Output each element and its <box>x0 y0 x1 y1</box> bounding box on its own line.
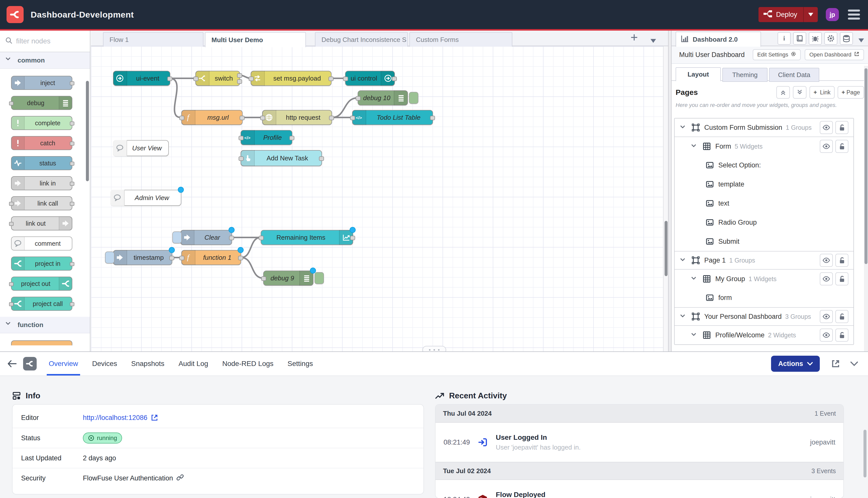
flow-node-msg-url[interactable]: fmsg.url <box>181 110 243 125</box>
open-dashboard-button[interactable]: Open Dashboard <box>805 49 864 60</box>
tree-row-text[interactable]: text <box>675 194 853 213</box>
node-output-port[interactable] <box>238 256 243 260</box>
debug-toggle-button[interactable] <box>409 92 418 104</box>
tree-row-form[interactable]: form <box>675 288 853 307</box>
node-input-port[interactable] <box>9 202 14 206</box>
tree-row-page-1[interactable]: Page 11 Groups <box>675 251 853 269</box>
tree-row-your-personal-dashboard[interactable]: Your Personal Dashboard3 Groups <box>675 307 853 325</box>
flow-node-timestamp[interactable]: timestamp <box>113 250 172 265</box>
tab-theming[interactable]: Theming <box>722 68 767 82</box>
node-input-port[interactable] <box>9 101 14 105</box>
flow-node-profile[interactable]: </>Profile <box>241 130 292 145</box>
node-output-port[interactable] <box>70 182 74 186</box>
unlock-icon[interactable] <box>835 121 848 134</box>
inject-button[interactable] <box>105 251 115 264</box>
deploy-button[interactable]: Deploy <box>759 7 818 22</box>
activity-event-row[interactable]: 08:21:49 User Logged In User 'joepavitt'… <box>436 423 843 462</box>
tree-row-submit[interactable]: Submit <box>675 232 853 251</box>
unlock-icon[interactable] <box>835 329 848 342</box>
tab-client-data[interactable]: Client Data <box>769 68 819 82</box>
flow-tab-Flow-1[interactable]: Flow 1 <box>103 32 204 47</box>
node-output-port[interactable] <box>70 121 74 126</box>
palette-category-function[interactable]: function <box>0 317 90 333</box>
node-output-port[interactable] <box>70 202 74 206</box>
node-input-port[interactable] <box>179 256 184 260</box>
node-input-port[interactable] <box>179 116 184 120</box>
collapse-panel-chevron-icon[interactable] <box>851 361 858 366</box>
edit-settings-button[interactable]: Edit Settings <box>753 49 801 60</box>
chevron-down-icon[interactable] <box>691 331 699 339</box>
node-output-port[interactable] <box>430 116 435 120</box>
node-output-port[interactable] <box>350 236 355 240</box>
bottom-scrollbar[interactable] <box>864 430 867 477</box>
palette-node-project-call[interactable]: project call <box>11 297 72 311</box>
palette-node-status[interactable]: status <box>11 156 72 170</box>
tab-audit-log[interactable]: Audit Log <box>171 352 215 376</box>
visibility-eye-icon[interactable] <box>820 272 833 285</box>
node-output-port[interactable] <box>392 77 397 81</box>
node-input-port[interactable] <box>9 302 14 306</box>
node-output-port[interactable] <box>239 116 245 120</box>
add-link-button[interactable]: +Link <box>809 86 834 99</box>
visibility-eye-icon[interactable] <box>820 310 833 323</box>
gear-icon[interactable] <box>824 32 837 45</box>
unlock-icon[interactable] <box>835 310 848 323</box>
open-editor-icon[interactable] <box>831 359 840 368</box>
flow-node-remaining-items[interactable]: Remaining Items <box>261 230 353 245</box>
palette-node-inject[interactable]: inject <box>11 76 72 90</box>
flow-node-user-view[interactable]: User View <box>113 140 169 156</box>
sidebar-panel-caret[interactable] <box>858 35 864 44</box>
book-icon[interactable] <box>793 32 806 45</box>
node-input-port[interactable] <box>350 116 355 120</box>
palette-node-comment[interactable]: comment <box>11 236 72 250</box>
chevron-down-icon[interactable] <box>691 142 699 150</box>
visibility-eye-icon[interactable] <box>820 140 833 153</box>
expand-all-button[interactable] <box>793 86 806 99</box>
tab-dashboard-2-0[interactable]: Dashboard 2.0 <box>676 31 761 47</box>
node-output-port[interactable] <box>237 73 242 78</box>
node-output-port[interactable] <box>319 156 324 161</box>
palette-node-link-in[interactable]: link in <box>11 176 72 190</box>
flow-node-add-new-task[interactable]: Add New Task <box>241 150 322 166</box>
collapse-all-button[interactable] <box>776 86 790 99</box>
chevron-down-icon[interactable] <box>691 275 699 283</box>
flow-node-debug-9[interactable]: debug 9 <box>263 271 313 286</box>
flow-tab-Multi-User-Demo[interactable]: Multi User Demo <box>205 32 306 47</box>
bug-icon[interactable] <box>809 32 822 45</box>
tree-row-radio-group[interactable]: Radio Group <box>675 213 853 232</box>
visibility-eye-icon[interactable] <box>820 254 833 267</box>
node-input-port[interactable] <box>238 156 244 161</box>
context-data-icon[interactable] <box>840 32 853 45</box>
flow-node-switch[interactable]: switch <box>195 71 240 86</box>
palette-category-common[interactable]: common <box>0 52 90 69</box>
node-input-port[interactable] <box>343 77 348 81</box>
palette-node-debug[interactable]: debug <box>11 96 72 110</box>
link-chain-icon[interactable] <box>176 473 184 483</box>
flow-canvas[interactable]: ui-eventswitchset msg.payloadui controld… <box>91 46 663 351</box>
palette-search[interactable]: filter nodes <box>0 31 90 52</box>
node-input-port[interactable] <box>238 136 244 140</box>
tree-row-select-option-[interactable]: Select Option: <box>675 156 853 175</box>
flow-node-set-msg-payload[interactable]: set msg.payload <box>251 71 332 86</box>
palette-node-catch[interactable]: catch <box>11 136 72 150</box>
palette-node-link-call[interactable]: link call <box>11 196 72 210</box>
node-output-port[interactable] <box>167 77 172 81</box>
unlock-icon[interactable] <box>835 140 848 153</box>
chevron-down-icon[interactable] <box>679 256 688 264</box>
node-output-port[interactable] <box>70 81 74 86</box>
flow-node-todo-list-table[interactable]: </>Todo List Table <box>352 110 433 125</box>
actions-button[interactable]: Actions <box>771 356 820 372</box>
tree-row-template[interactable]: template <box>675 175 853 194</box>
palette-node-complete[interactable]: complete <box>11 116 72 130</box>
node-input-port[interactable] <box>9 282 14 286</box>
node-output-port[interactable] <box>229 236 234 240</box>
info-icon[interactable]: i <box>778 32 791 45</box>
tab-devices[interactable]: Devices <box>85 352 124 376</box>
chevron-down-icon[interactable] <box>679 123 688 132</box>
node-output-port[interactable] <box>169 256 174 260</box>
node-input-port[interactable] <box>355 96 361 101</box>
tree-row-custom-form-submission[interactable]: Custom Form Submission1 Groups <box>675 118 853 136</box>
flow-tab-Debug-Chart-Inconsistence-S[interactable]: Debug Chart Inconsistence S <box>315 32 408 47</box>
node-input-port[interactable] <box>261 276 266 281</box>
inject-button[interactable] <box>172 232 182 244</box>
